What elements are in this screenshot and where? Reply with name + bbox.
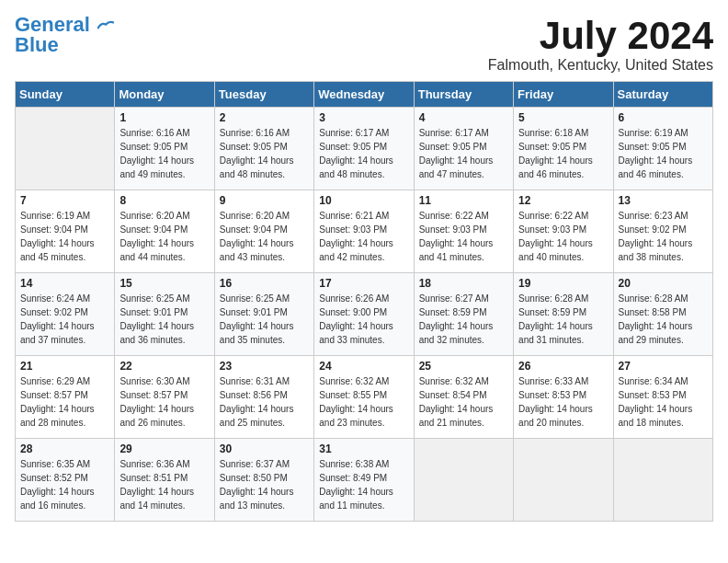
day-number: 7 [20, 194, 109, 207]
cell-info: Sunrise: 6:19 AMSunset: 9:05 PMDaylight:… [619, 126, 708, 181]
col-header-thursday: Thursday [414, 82, 513, 108]
day-number: 22 [119, 360, 209, 373]
calendar-cell: 22 Sunrise: 6:30 AMSunset: 8:57 PMDaylig… [115, 356, 214, 439]
calendar-cell: 27 Sunrise: 6:34 AMSunset: 8:53 PMDaylig… [613, 356, 712, 439]
calendar-cell: 9 Sunrise: 6:20 AMSunset: 9:04 PMDayligh… [214, 190, 313, 273]
calendar-cell [613, 439, 712, 522]
cell-info: Sunrise: 6:35 AMSunset: 8:52 PMDaylight:… [20, 457, 109, 512]
cell-info: Sunrise: 6:32 AMSunset: 8:54 PMDaylight:… [419, 374, 508, 430]
day-number: 13 [619, 194, 708, 207]
calendar-cell: 6 Sunrise: 6:19 AMSunset: 9:05 PMDayligh… [613, 108, 712, 190]
day-number: 9 [220, 194, 309, 207]
cell-info: Sunrise: 6:22 AMSunset: 9:03 PMDaylight:… [518, 209, 608, 264]
day-number: 19 [518, 277, 608, 290]
cell-info: Sunrise: 6:27 AMSunset: 8:59 PMDaylight:… [419, 292, 508, 347]
calendar-cell: 23 Sunrise: 6:31 AMSunset: 8:56 PMDaylig… [214, 356, 313, 439]
day-number: 29 [119, 442, 209, 455]
cell-info: Sunrise: 6:23 AMSunset: 9:02 PMDaylight:… [619, 209, 708, 264]
month-title: July 2024 [488, 15, 713, 57]
col-header-tuesday: Tuesday [214, 82, 313, 108]
calendar-cell: 4 Sunrise: 6:17 AMSunset: 9:05 PMDayligh… [414, 108, 513, 190]
day-number: 2 [220, 111, 309, 124]
calendar-cell: 1 Sunrise: 6:16 AMSunset: 9:05 PMDayligh… [115, 108, 214, 190]
calendar-week-row: 28 Sunrise: 6:35 AMSunset: 8:52 PMDaylig… [16, 439, 713, 522]
day-number: 20 [619, 277, 708, 290]
calendar-cell: 14 Sunrise: 6:24 AMSunset: 9:02 PMDaylig… [16, 273, 115, 356]
calendar-cell: 16 Sunrise: 6:25 AMSunset: 9:01 PMDaylig… [214, 273, 313, 356]
day-number: 31 [319, 442, 408, 455]
location-text: Falmouth, Kentucky, United States [488, 57, 713, 74]
day-number: 27 [619, 360, 708, 373]
cell-info: Sunrise: 6:17 AMSunset: 9:05 PMDaylight:… [319, 126, 408, 181]
calendar-cell: 7 Sunrise: 6:19 AMSunset: 9:04 PMDayligh… [16, 190, 115, 273]
calendar-table: SundayMondayTuesdayWednesdayThursdayFrid… [15, 81, 713, 522]
day-number: 12 [518, 194, 608, 207]
cell-info: Sunrise: 6:17 AMSunset: 9:05 PMDaylight:… [419, 126, 508, 181]
logo-blue: Blue [15, 35, 59, 55]
day-number: 11 [419, 194, 508, 207]
col-header-monday: Monday [115, 82, 214, 108]
cell-info: Sunrise: 6:16 AMSunset: 9:05 PMDaylight:… [119, 126, 209, 181]
day-number: 6 [619, 111, 708, 124]
cell-info: Sunrise: 6:36 AMSunset: 8:51 PMDaylight:… [119, 457, 209, 512]
cell-info: Sunrise: 6:28 AMSunset: 8:59 PMDaylight:… [518, 292, 608, 347]
day-number: 4 [419, 111, 508, 124]
logo-text: General [15, 15, 114, 35]
calendar-cell: 21 Sunrise: 6:29 AMSunset: 8:57 PMDaylig… [16, 356, 115, 439]
cell-info: Sunrise: 6:20 AMSunset: 9:04 PMDaylight:… [220, 209, 309, 264]
cell-info: Sunrise: 6:37 AMSunset: 8:50 PMDaylight:… [220, 457, 309, 512]
day-number: 23 [220, 360, 309, 373]
cell-info: Sunrise: 6:32 AMSunset: 8:55 PMDaylight:… [319, 374, 408, 430]
day-number: 24 [319, 360, 408, 373]
calendar-week-row: 21 Sunrise: 6:29 AMSunset: 8:57 PMDaylig… [16, 356, 713, 439]
calendar-cell: 8 Sunrise: 6:20 AMSunset: 9:04 PMDayligh… [115, 190, 214, 273]
col-header-friday: Friday [514, 82, 613, 108]
day-number: 8 [119, 194, 209, 207]
calendar-cell [414, 439, 513, 522]
calendar-week-row: 7 Sunrise: 6:19 AMSunset: 9:04 PMDayligh… [16, 190, 713, 273]
cell-info: Sunrise: 6:26 AMSunset: 9:00 PMDaylight:… [319, 292, 408, 347]
day-number: 26 [518, 360, 608, 373]
calendar-cell [16, 108, 115, 190]
calendar-week-row: 14 Sunrise: 6:24 AMSunset: 9:02 PMDaylig… [16, 273, 713, 356]
day-number: 21 [20, 360, 109, 373]
calendar-cell [514, 439, 613, 522]
col-header-saturday: Saturday [613, 82, 712, 108]
calendar-cell: 15 Sunrise: 6:25 AMSunset: 9:01 PMDaylig… [115, 273, 214, 356]
day-number: 5 [518, 111, 608, 124]
cell-info: Sunrise: 6:18 AMSunset: 9:05 PMDaylight:… [518, 126, 608, 181]
cell-info: Sunrise: 6:31 AMSunset: 8:56 PMDaylight:… [220, 374, 309, 430]
cell-info: Sunrise: 6:34 AMSunset: 8:53 PMDaylight:… [619, 374, 708, 430]
cell-info: Sunrise: 6:22 AMSunset: 9:03 PMDaylight:… [419, 209, 508, 264]
logo: General Blue [15, 15, 114, 55]
day-number: 16 [220, 277, 309, 290]
calendar-cell: 30 Sunrise: 6:37 AMSunset: 8:50 PMDaylig… [214, 439, 313, 522]
day-number: 28 [20, 442, 109, 455]
calendar-cell: 25 Sunrise: 6:32 AMSunset: 8:54 PMDaylig… [414, 356, 513, 439]
calendar-cell: 12 Sunrise: 6:22 AMSunset: 9:03 PMDaylig… [514, 190, 613, 273]
day-number: 14 [20, 277, 109, 290]
cell-info: Sunrise: 6:29 AMSunset: 8:57 PMDaylight:… [20, 374, 109, 430]
calendar-cell: 19 Sunrise: 6:28 AMSunset: 8:59 PMDaylig… [514, 273, 613, 356]
day-number: 30 [220, 442, 309, 455]
cell-info: Sunrise: 6:16 AMSunset: 9:05 PMDaylight:… [220, 126, 309, 181]
calendar-cell: 18 Sunrise: 6:27 AMSunset: 8:59 PMDaylig… [414, 273, 513, 356]
day-number: 25 [419, 360, 508, 373]
day-number: 18 [419, 277, 508, 290]
calendar-week-row: 1 Sunrise: 6:16 AMSunset: 9:05 PMDayligh… [16, 108, 713, 190]
col-header-wednesday: Wednesday [314, 82, 414, 108]
cell-info: Sunrise: 6:20 AMSunset: 9:04 PMDaylight:… [119, 209, 209, 264]
day-number: 15 [119, 277, 209, 290]
calendar-cell: 17 Sunrise: 6:26 AMSunset: 9:00 PMDaylig… [314, 273, 414, 356]
col-header-sunday: Sunday [16, 82, 115, 108]
day-number: 1 [119, 111, 209, 124]
logo-bird-icon [97, 20, 114, 31]
calendar-cell: 11 Sunrise: 6:22 AMSunset: 9:03 PMDaylig… [414, 190, 513, 273]
cell-info: Sunrise: 6:21 AMSunset: 9:03 PMDaylight:… [319, 209, 408, 264]
calendar-cell: 2 Sunrise: 6:16 AMSunset: 9:05 PMDayligh… [214, 108, 313, 190]
cell-info: Sunrise: 6:25 AMSunset: 9:01 PMDaylight:… [119, 292, 209, 347]
cell-info: Sunrise: 6:28 AMSunset: 8:58 PMDaylight:… [619, 292, 708, 347]
cell-info: Sunrise: 6:24 AMSunset: 9:02 PMDaylight:… [20, 292, 109, 347]
calendar-cell: 31 Sunrise: 6:38 AMSunset: 8:49 PMDaylig… [314, 439, 414, 522]
calendar-cell: 29 Sunrise: 6:36 AMSunset: 8:51 PMDaylig… [115, 439, 214, 522]
